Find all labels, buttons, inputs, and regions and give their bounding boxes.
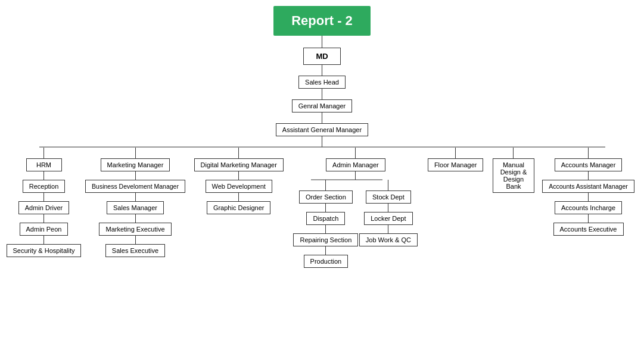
branch-digital: Digital Marketing Manager Web Developmen… [194, 148, 284, 214]
admindriver-node: Admin Driver [18, 201, 70, 214]
salesexec-node: Sales Executive [105, 244, 165, 257]
reception-node: Reception [23, 180, 66, 193]
stockdept-node: Stock Dept [366, 190, 411, 204]
production-node: Production [304, 255, 349, 268]
conn5 [322, 136, 322, 147]
branch-admin: Admin Manager Order Section Dispatch Rep… [293, 148, 418, 268]
floormanager-node: Floor Manager [428, 158, 484, 171]
md-label: MD [303, 48, 340, 65]
digitalmarketing-node: Digital Marketing Manager [194, 158, 284, 171]
agm-node: Assistant General Manager [276, 123, 368, 136]
branch-row: HRM Reception Admin Driver Admin Peon Se… [7, 148, 638, 268]
md-node: MD [303, 48, 340, 65]
conn1 [322, 36, 322, 48]
hrm-node: HRM [26, 158, 62, 171]
graphicdesigner-node: Graphic Designer [207, 201, 271, 214]
saleshead-node: Sales Head [298, 76, 346, 89]
agm-label: Assistant General Manager [276, 123, 368, 136]
chart-container: Report - 2 MD Sales Head Genral Manager … [0, 0, 644, 280]
ordersection-node: Order Section [299, 190, 353, 204]
accountsmanager-node: Accounts Manager [555, 158, 623, 171]
saleshead-label: Sales Head [298, 76, 346, 89]
title-label: Report - 2 [273, 6, 371, 36]
webdev-node: Web Development [206, 180, 272, 193]
conn4 [322, 112, 322, 123]
ordersection-col: Order Section Dispatch Repairing Section… [296, 180, 356, 268]
businessdev-node: Business Develoment Manager [85, 180, 185, 193]
genralmanager-node: Genral Manager [292, 99, 353, 112]
admin-subbranches: Order Section Dispatch Repairing Section… [293, 180, 418, 268]
jobworkqc-node: Job Work & QC [359, 233, 418, 246]
stockdept-col: Stock Dept Locker Dept Job Work & QC [362, 180, 415, 246]
manualdesign-node: Manual Design & Design Bank [493, 158, 534, 193]
accountsassistantmanager-node: Accounts Assistant Manager [542, 180, 634, 193]
adminmanager-node: Admin Manager [326, 158, 385, 171]
repairingsection-node: Repairing Section [293, 233, 358, 246]
conn3 [322, 89, 322, 99]
title-node: Report - 2 [273, 6, 371, 36]
branch-marketing: Marketing Manager Business Develoment Ma… [86, 148, 185, 257]
branch-floor: Floor Manager [428, 148, 484, 171]
accountsincharge-node: Accounts Incharge [555, 201, 622, 214]
genralmanager-label: Genral Manager [292, 99, 353, 112]
salesmanager-node: Sales Manager [107, 201, 164, 214]
lockerdept-node: Locker Dept [364, 212, 412, 225]
marketingmanager-node: Marketing Manager [101, 158, 170, 171]
branch-manualdesign: Manual Design & Design Bank [493, 148, 534, 193]
main-branches: HRM Reception Admin Driver Admin Peon Se… [7, 147, 638, 268]
dispatch-node: Dispatch [306, 212, 345, 225]
branch-hrm: HRM Reception Admin Driver Admin Peon Se… [11, 148, 77, 257]
adminpeon-node: Admin Peon [20, 223, 69, 236]
marketingexec-node: Marketing Executive [99, 223, 171, 236]
branch-accounts: Accounts Manager Accounts Assistant Mana… [544, 148, 633, 236]
accountsexecutive-node: Accounts Executive [553, 223, 624, 236]
conn2 [322, 65, 322, 76]
security-node: Security & Hospitality [7, 244, 82, 257]
